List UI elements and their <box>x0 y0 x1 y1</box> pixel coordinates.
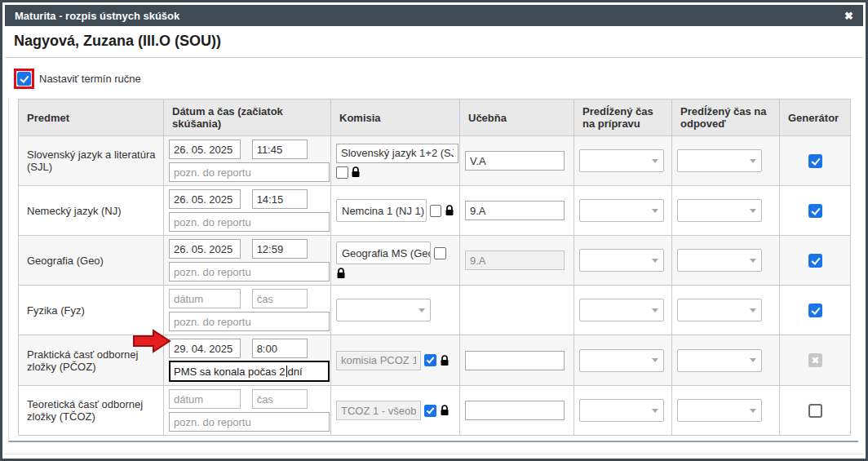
date-input[interactable] <box>169 339 241 358</box>
room-input <box>465 250 565 270</box>
time-input[interactable] <box>252 389 308 409</box>
time-input[interactable] <box>252 189 308 209</box>
subject-label: Nemecký jazyk (NJ) <box>27 205 122 217</box>
extended-prep-select <box>579 349 664 372</box>
note-input[interactable] <box>169 312 330 331</box>
lock-icon <box>351 166 361 178</box>
extended-prep-select <box>579 199 664 222</box>
committee-cell <box>331 386 460 436</box>
extended-answer-cell <box>672 335 780 386</box>
committee-checkbox[interactable] <box>424 405 436 417</box>
close-icon[interactable]: ✖ <box>844 10 853 22</box>
room-input[interactable] <box>465 151 565 171</box>
generator-checkbox[interactable] <box>808 404 822 418</box>
header-generator: Generátor <box>780 100 851 136</box>
chevron-down-icon <box>750 409 756 413</box>
room-input[interactable] <box>465 401 565 420</box>
chevron-down-icon <box>652 308 658 313</box>
header-extended-prep: Predĺžený čas na prípravu <box>574 100 672 136</box>
text-caret <box>286 366 287 377</box>
header-room: Učebňa <box>460 100 574 136</box>
extended-prep-cell <box>574 186 672 236</box>
extended-answer-select <box>677 399 762 422</box>
generator-checkbox[interactable] <box>808 154 822 168</box>
room-cell <box>460 136 574 186</box>
lock-icon <box>336 268 346 279</box>
extended-prep-cell <box>574 136 672 186</box>
note-input[interactable] <box>169 412 330 432</box>
chevron-down-icon <box>750 358 756 362</box>
generator-checkbox-disabled <box>808 353 822 367</box>
header-row: Predmet Dátum a čas (začiatok skúšania) … <box>19 100 851 136</box>
extended-answer-cell <box>672 386 780 436</box>
note-input[interactable] <box>169 212 330 232</box>
extended-prep-cell <box>574 335 672 386</box>
note-input-focused[interactable]: PMS sa konala počas 2dní <box>169 361 330 382</box>
extended-prep-select <box>579 149 664 172</box>
extended-answer-select <box>677 199 762 222</box>
subject-label: Praktická časť odbornej zložky (PČOZ) <box>27 348 138 373</box>
chevron-down-icon <box>652 159 658 163</box>
date-input[interactable] <box>169 189 241 209</box>
datetime-cell <box>164 286 331 335</box>
time-input[interactable] <box>252 239 308 259</box>
header-datetime: Dátum a čas (začiatok skúšania) <box>164 100 331 136</box>
room-cell <box>460 236 574 286</box>
extended-prep-select <box>579 249 664 272</box>
committee-input <box>336 401 421 420</box>
date-input[interactable] <box>169 239 241 259</box>
extended-answer-cell <box>672 136 780 186</box>
room-cell <box>460 186 574 236</box>
committee-checkbox[interactable] <box>434 247 446 259</box>
committee-input <box>336 351 421 370</box>
chevron-down-icon <box>652 409 658 413</box>
note-input[interactable] <box>169 262 330 281</box>
chevron-down-icon <box>418 308 425 313</box>
subject-cell: Teoretická časť odbornej zložky (TČOZ) <box>19 386 164 436</box>
time-input[interactable] <box>252 140 308 159</box>
generator-checkbox[interactable] <box>808 204 822 218</box>
note-input[interactable] <box>169 162 330 182</box>
generator-cell <box>780 186 851 236</box>
table-row-geo: Geografia (Geo) Geografia MS (Geo) <box>19 236 851 286</box>
manual-term-row: Nastaviť termín ručne <box>14 68 863 89</box>
committee-select <box>336 299 431 321</box>
committee-cell <box>331 136 460 186</box>
committee-input[interactable] <box>336 144 458 163</box>
datetime-cell <box>164 386 331 436</box>
manual-term-checkbox[interactable] <box>17 72 31 86</box>
extended-answer-select <box>677 299 762 321</box>
header-committee: Komisia <box>331 100 460 136</box>
exam-table-area: Predmet Dátum a čas (začiatok skúšania) … <box>8 99 858 442</box>
subject-cell: Slovenský jazyk a literatúra (SJL) <box>19 136 164 186</box>
room-input[interactable] <box>465 201 565 220</box>
committee-cell: Geografia MS (Geo) <box>331 236 460 286</box>
student-header: Nagyová, Zuzana (III.O (SOU)) <box>5 26 863 58</box>
time-input[interactable] <box>252 289 308 308</box>
date-input[interactable] <box>169 289 241 308</box>
date-input[interactable] <box>169 389 241 409</box>
table-row-tcoz: Teoretická časť odbornej zložky (TČOZ) <box>19 386 851 436</box>
extended-prep-select <box>579 399 664 422</box>
room-input[interactable] <box>465 351 565 370</box>
chevron-down-icon <box>652 209 658 213</box>
extended-prep-cell <box>574 236 672 286</box>
annotation-red-box <box>14 69 34 89</box>
extended-prep-cell <box>574 286 672 335</box>
time-input[interactable] <box>252 339 308 358</box>
committee-checkbox[interactable] <box>430 205 441 217</box>
committee-checkbox[interactable] <box>424 354 436 366</box>
chevron-down-icon <box>750 159 756 163</box>
generator-checkbox[interactable] <box>808 304 822 317</box>
student-name: Nagyová, Zuzana (III.O (SOU)) <box>14 33 221 49</box>
subject-label: Teoretická časť odbornej zložky (TČOZ) <box>27 398 143 423</box>
date-input[interactable] <box>169 140 241 159</box>
generator-checkbox[interactable] <box>808 254 822 268</box>
committee-select[interactable]: Geografia MS (Geo) <box>336 242 431 264</box>
committee-select[interactable]: Nemcina 1 (NJ 1) <box>336 199 427 222</box>
manual-term-label: Nastaviť termín ručne <box>39 73 141 85</box>
committee-cell <box>331 286 460 335</box>
generator-cell <box>780 286 851 335</box>
committee-checkbox[interactable] <box>336 166 348 179</box>
lock-icon <box>440 355 450 366</box>
